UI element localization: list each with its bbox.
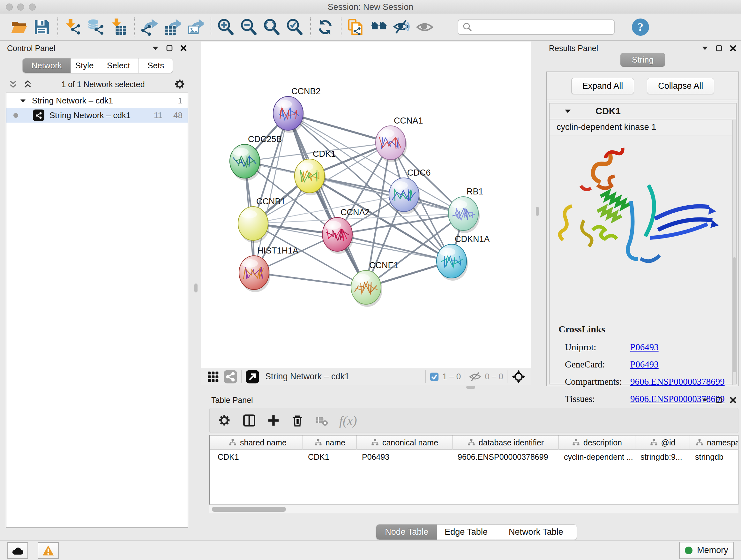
- save-session-icon[interactable]: [32, 17, 51, 37]
- tab-node-table[interactable]: Node Table: [376, 524, 437, 540]
- zoom-fit-icon[interactable]: [262, 17, 281, 37]
- fit-selected-crosshair-icon[interactable]: [511, 369, 526, 384]
- right-splitter-handle[interactable]: [536, 207, 539, 216]
- column-header-database-identifier[interactable]: database identifier: [453, 435, 559, 449]
- duplicate-network-icon[interactable]: [347, 17, 365, 37]
- float-panel-icon[interactable]: [716, 45, 723, 52]
- node-table[interactable]: shared namenamecanonical namedatabase id…: [209, 435, 738, 513]
- panel-menu-icon[interactable]: [701, 397, 709, 402]
- zoom-selected-icon[interactable]: [285, 17, 304, 37]
- import-network-file-icon[interactable]: [63, 17, 82, 37]
- network-node-HIST1H1A[interactable]: [239, 256, 270, 292]
- table-horizontal-scrollbar[interactable]: [209, 504, 738, 513]
- show-column-icon[interactable]: [242, 414, 256, 428]
- network-node-RB1[interactable]: [448, 197, 480, 233]
- table-cell[interactable]: cyclin-dependent ...: [559, 450, 635, 463]
- network-collection-row[interactable]: String Network – cdk1 1: [6, 93, 188, 108]
- network-view-canvas[interactable]: CCNB2CCNA1CDC25BCDK1CDC6RB1CCNB1CCNA2CDK…: [201, 42, 531, 368]
- show-all-icon[interactable]: [415, 17, 434, 37]
- close-panel-icon[interactable]: [180, 45, 187, 52]
- network-node-CCNB1[interactable]: [238, 206, 269, 243]
- scrollbar-thumb[interactable]: [212, 507, 286, 512]
- expand-all-networks-icon[interactable]: [23, 79, 32, 89]
- string-home-icon[interactable]: [369, 17, 388, 37]
- open-in-new-window-icon[interactable]: [246, 370, 259, 384]
- float-panel-icon[interactable]: [716, 396, 723, 403]
- collection-expand-icon[interactable]: [20, 98, 26, 103]
- minimize-window-button[interactable]: [17, 3, 24, 10]
- close-window-button[interactable]: [6, 3, 13, 10]
- column-header-canonical-name[interactable]: canonical name: [357, 435, 453, 449]
- close-panel-icon[interactable]: [730, 396, 737, 403]
- column-header-namespace[interactable]: namespace: [690, 435, 738, 449]
- left-splitter-handle[interactable]: [194, 284, 198, 293]
- export-table-icon[interactable]: [163, 17, 181, 37]
- import-table-file-icon[interactable]: [109, 17, 128, 37]
- zoom-out-icon[interactable]: [239, 17, 258, 37]
- results-scrollbar[interactable]: [732, 120, 736, 385]
- crosslink-link[interactable]: P06493: [630, 359, 659, 370]
- network-node-CDK1[interactable]: [294, 159, 326, 195]
- refresh-icon[interactable]: [316, 17, 334, 37]
- selected-checkbox-icon[interactable]: [429, 372, 439, 381]
- crosslink-link[interactable]: 9606.ENSP00000378699: [630, 376, 725, 387]
- memory-button[interactable]: Memory: [679, 542, 734, 559]
- tab-network-table[interactable]: Network Table: [495, 524, 577, 540]
- search-box[interactable]: [458, 19, 615, 35]
- float-panel-icon[interactable]: [166, 45, 173, 52]
- help-button[interactable]: ?: [632, 18, 649, 36]
- tab-style[interactable]: Style: [71, 58, 98, 73]
- open-session-icon[interactable]: [10, 17, 28, 37]
- close-panel-icon[interactable]: [730, 45, 737, 52]
- export-network-icon[interactable]: [140, 17, 158, 37]
- network-share-badge-icon[interactable]: [223, 370, 238, 384]
- column-header-shared-name[interactable]: shared name: [212, 435, 303, 449]
- table-cell[interactable]: stringdb:9...: [635, 450, 690, 463]
- gene-collapse-icon[interactable]: [564, 109, 571, 114]
- cloud-button[interactable]: [7, 542, 28, 559]
- panel-menu-icon[interactable]: [701, 46, 709, 51]
- bottom-splitter-handle[interactable]: [466, 386, 475, 389]
- export-image-icon[interactable]: [186, 17, 204, 37]
- create-column-plus-icon[interactable]: [267, 414, 280, 427]
- network-node-CCNE1[interactable]: [351, 270, 382, 307]
- crosslink-link[interactable]: P06493: [630, 342, 659, 353]
- table-cell[interactable]: CDK1: [303, 450, 357, 463]
- column-header-name[interactable]: name: [303, 435, 357, 449]
- table-cell[interactable]: 9606.ENSP00000378699: [453, 450, 559, 463]
- zoom-in-icon[interactable]: [216, 17, 235, 37]
- table-cell[interactable]: CDK1: [212, 450, 303, 463]
- gene-header-row[interactable]: CDK1: [549, 104, 736, 119]
- tab-network[interactable]: Network: [23, 58, 71, 73]
- hidden-eye-icon[interactable]: [469, 371, 482, 382]
- network-node-CCNA2[interactable]: [322, 217, 354, 254]
- collapse-all-button[interactable]: Collapse All: [647, 78, 714, 94]
- maximize-window-button[interactable]: [29, 3, 36, 10]
- collapse-all-networks-icon[interactable]: [8, 79, 18, 89]
- table-cell[interactable]: stringdb: [690, 450, 738, 463]
- panel-menu-icon[interactable]: [152, 46, 159, 51]
- warning-button[interactable]: [38, 542, 59, 559]
- network-options-gear-icon[interactable]: [174, 78, 186, 90]
- network-node-CCNB2[interactable]: [273, 97, 305, 133]
- delete-column-trash-icon[interactable]: [291, 414, 304, 427]
- table-settings-gear-icon[interactable]: [217, 414, 231, 428]
- tab-string[interactable]: String: [620, 53, 665, 67]
- network-node-CCNA1[interactable]: [376, 126, 407, 162]
- birds-eye-view-icon[interactable]: [207, 370, 219, 383]
- network-edge-count: 48: [173, 111, 183, 120]
- tab-sets[interactable]: Sets: [139, 58, 173, 73]
- network-node-CDKN1A[interactable]: [436, 244, 468, 281]
- table-cell[interactable]: P06493: [357, 450, 453, 463]
- column-header-@id[interactable]: @id: [635, 435, 690, 449]
- import-network-database-icon[interactable]: [86, 17, 105, 37]
- network-view-toolbar: String Network – cdk1 1 – 0 0 – 0: [201, 368, 531, 385]
- search-input[interactable]: [473, 21, 610, 34]
- column-header-description[interactable]: description: [559, 435, 635, 449]
- hide-selected-icon[interactable]: [393, 17, 411, 37]
- network-label: String Network – cdk1: [50, 111, 131, 120]
- network-row[interactable]: String Network – cdk1 11 48: [6, 108, 188, 123]
- tab-edge-table[interactable]: Edge Table: [437, 524, 495, 540]
- expand-all-button[interactable]: Expand All: [571, 78, 634, 94]
- tab-select[interactable]: Select: [98, 58, 139, 73]
